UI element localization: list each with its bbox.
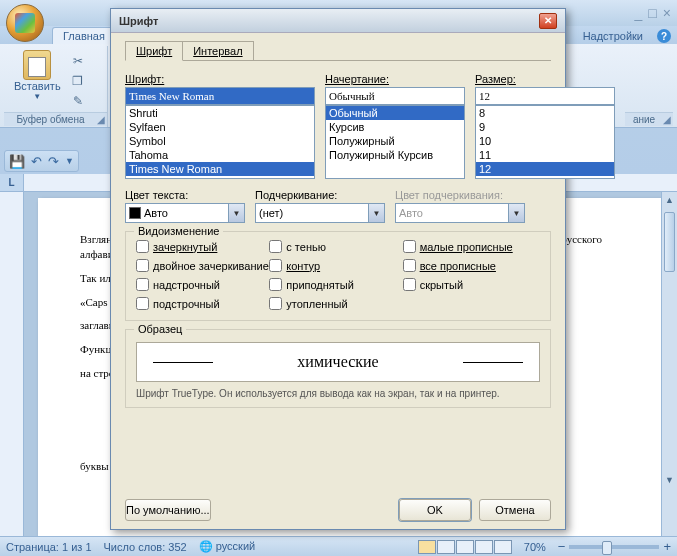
sample-legend: Образец xyxy=(134,323,186,335)
sample-preview: химические xyxy=(136,342,540,382)
check-emboss[interactable]: приподнятый xyxy=(269,278,402,291)
effects-group: Видоизменение зачеркнутый с тенью малые … xyxy=(125,231,551,321)
chevron-down-icon: ▼ xyxy=(508,204,524,222)
qat-customize-icon[interactable]: ▼ xyxy=(65,156,74,166)
underline-label: Подчеркивание: xyxy=(255,189,385,201)
view-draft[interactable] xyxy=(494,540,512,554)
paste-button[interactable]: Вставить ▼ xyxy=(10,48,65,110)
zoom-slider[interactable] xyxy=(569,545,659,549)
scrollbar-thumb[interactable] xyxy=(664,212,675,272)
dialog-title: Шрифт xyxy=(119,15,158,27)
status-page[interactable]: Страница: 1 из 1 xyxy=(6,541,92,553)
list-item[interactable]: Полужирный xyxy=(326,134,464,148)
ok-button[interactable]: OK xyxy=(399,499,471,521)
styles-group-fragment: ание xyxy=(633,114,655,125)
font-list[interactable]: Shruti Sylfaen Symbol Tahoma Times New R… xyxy=(125,105,315,179)
list-item[interactable]: 10 xyxy=(476,134,614,148)
qat-undo-icon[interactable]: ↶ xyxy=(31,154,42,169)
status-words[interactable]: Число слов: 352 xyxy=(104,541,187,553)
scroll-up-icon[interactable]: ▲ xyxy=(662,192,677,208)
tab-home[interactable]: Главная xyxy=(52,27,116,44)
underline-color-label: Цвет подчеркивания: xyxy=(395,189,525,201)
sample-text: химические xyxy=(297,353,378,371)
check-double-strike[interactable]: двойное зачеркивание xyxy=(136,259,269,272)
style-input[interactable] xyxy=(325,87,465,105)
font-input[interactable] xyxy=(125,87,315,105)
check-smallcaps[interactable]: малые прописные xyxy=(403,240,536,253)
size-label: Размер: xyxy=(475,73,615,85)
scroll-down-icon[interactable]: ▼ xyxy=(662,472,677,488)
cancel-button[interactable]: Отмена xyxy=(479,499,551,521)
text-color-label: Цвет текста: xyxy=(125,189,245,201)
dialog-title-bar[interactable]: Шрифт ✕ xyxy=(111,9,565,33)
close-button[interactable]: × xyxy=(663,5,671,21)
list-item[interactable]: Shruti xyxy=(126,106,314,120)
paste-icon xyxy=(23,50,51,80)
list-item[interactable]: Tahoma xyxy=(126,148,314,162)
list-item[interactable]: 8 xyxy=(476,106,614,120)
font-hint: Шрифт TrueType. Он используется для выво… xyxy=(136,388,540,399)
minimize-button[interactable]: _ xyxy=(635,5,643,21)
check-outline[interactable]: контур xyxy=(269,259,402,272)
view-print-layout[interactable] xyxy=(418,540,436,554)
view-full-screen[interactable] xyxy=(437,540,455,554)
office-button[interactable] xyxy=(6,4,44,42)
check-strikethrough[interactable]: зачеркнутый xyxy=(136,240,269,253)
zoom-in-button[interactable]: + xyxy=(663,539,671,554)
check-subscript[interactable]: подстрочный xyxy=(136,297,269,310)
tab-font[interactable]: Шрифт xyxy=(125,41,183,61)
font-label: Шрифт: xyxy=(125,73,315,85)
list-item[interactable]: Symbol xyxy=(126,134,314,148)
zoom-out-button[interactable]: − xyxy=(558,539,566,554)
view-web[interactable] xyxy=(456,540,474,554)
check-shadow[interactable]: с тенью xyxy=(269,240,402,253)
style-list[interactable]: Обычный Курсив Полужирный Полужирный Кур… xyxy=(325,105,465,179)
sample-line-icon xyxy=(463,362,523,363)
qat-save-icon[interactable]: 💾 xyxy=(9,154,25,169)
text-color-combo[interactable]: Авто▼ xyxy=(125,203,245,223)
style-label: Начертание: xyxy=(325,73,465,85)
color-swatch-icon xyxy=(129,207,141,219)
check-hidden[interactable]: скрытый xyxy=(403,278,536,291)
tab-spacing[interactable]: Интервал xyxy=(182,41,253,60)
sample-group: Образец химические Шрифт TrueType. Он ис… xyxy=(125,329,551,408)
list-item[interactable]: Times New Roman xyxy=(126,162,314,176)
clipboard-group-label: Буфер обмена xyxy=(17,114,85,125)
size-list[interactable]: 8 9 10 11 12 xyxy=(475,105,615,179)
default-button[interactable]: По умолчанию... xyxy=(125,499,211,521)
dialog-tabs: Шрифт Интервал xyxy=(125,41,551,61)
underline-combo[interactable]: (нет)▼ xyxy=(255,203,385,223)
check-engrave[interactable]: утопленный xyxy=(269,297,402,310)
view-buttons xyxy=(418,540,512,554)
clipboard-launcher-icon[interactable]: ◢ xyxy=(97,114,105,125)
cut-button[interactable]: ✂ xyxy=(69,52,87,70)
list-item[interactable]: Sylfaen xyxy=(126,120,314,134)
view-outline[interactable] xyxy=(475,540,493,554)
format-painter-button[interactable]: ✎ xyxy=(69,92,87,110)
list-item[interactable]: 11 xyxy=(476,148,614,162)
maximize-button[interactable]: □ xyxy=(648,5,656,21)
status-lang[interactable]: 🌐 русский xyxy=(199,540,256,553)
tab-addins[interactable]: Надстройки xyxy=(573,28,653,44)
effects-legend: Видоизменение xyxy=(134,225,223,237)
dialog-close-button[interactable]: ✕ xyxy=(539,13,557,29)
list-item[interactable]: Обычный xyxy=(326,106,464,120)
vertical-ruler[interactable] xyxy=(0,192,24,536)
styles-launcher-icon[interactable]: ◢ xyxy=(663,114,671,125)
list-item[interactable]: Курсив xyxy=(326,120,464,134)
list-item[interactable]: Полужирный Курсив xyxy=(326,148,464,162)
sample-line-icon xyxy=(153,362,213,363)
copy-button[interactable]: ❐ xyxy=(69,72,87,90)
list-item[interactable]: 9 xyxy=(476,120,614,134)
help-icon[interactable]: ? xyxy=(657,29,671,43)
vertical-scrollbar[interactable]: ▲ ▼ xyxy=(661,192,677,536)
list-item[interactable]: 12 xyxy=(476,162,614,176)
check-superscript[interactable]: надстрочный xyxy=(136,278,269,291)
zoom-level[interactable]: 70% xyxy=(524,541,546,553)
chevron-down-icon: ▼ xyxy=(228,204,244,222)
quick-access-toolbar: 💾 ↶ ↷ ▼ xyxy=(4,150,79,172)
ruler-corner[interactable]: L xyxy=(0,174,24,191)
check-allcaps[interactable]: все прописные xyxy=(403,259,536,272)
size-input[interactable] xyxy=(475,87,615,105)
qat-redo-icon[interactable]: ↷ xyxy=(48,154,59,169)
